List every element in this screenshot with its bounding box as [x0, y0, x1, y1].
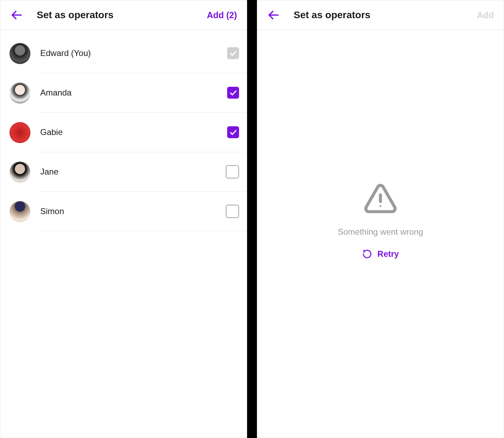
member-name: Edward (You) [40, 48, 217, 58]
add-button[interactable]: Add (2) [207, 10, 237, 20]
svg-point-3 [379, 205, 381, 207]
panel-divider [247, 0, 257, 438]
member-list: Edward (You) Amanda Gabie [0, 30, 247, 438]
topbar: Set as operators Add [257, 0, 504, 30]
checkbox-checked[interactable] [227, 126, 239, 138]
retry-button[interactable]: Retry [362, 249, 399, 259]
panel-operator-select: Set as operators Add (2) Edward (You) Am… [0, 0, 247, 438]
member-name: Amanda [40, 88, 217, 98]
avatar [9, 201, 30, 222]
member-name: Jane [40, 167, 216, 177]
member-name: Simon [40, 206, 216, 216]
list-item[interactable]: Simon [9, 192, 247, 231]
avatar [9, 162, 30, 183]
retry-label: Retry [377, 249, 399, 259]
checkbox-disabled [227, 47, 239, 59]
avatar [9, 122, 30, 143]
add-button-disabled: Add [477, 10, 494, 20]
topbar: Set as operators Add (2) [0, 0, 247, 30]
checkbox-unchecked[interactable] [226, 165, 239, 178]
list-item[interactable]: Jane [9, 152, 247, 192]
member-name: Gabie [40, 127, 217, 137]
alert-triangle-icon [362, 181, 399, 217]
back-arrow-icon[interactable] [10, 9, 23, 21]
error-state: Something went wrong Retry [257, 30, 504, 438]
refresh-icon [362, 249, 372, 259]
checkbox-checked[interactable] [227, 87, 239, 99]
list-item[interactable]: Amanda [9, 73, 247, 113]
error-message: Something went wrong [338, 227, 423, 237]
avatar [9, 43, 30, 64]
page-title: Set as operators [37, 9, 193, 21]
checkbox-unchecked[interactable] [226, 205, 239, 218]
panel-operator-error: Set as operators Add Something went wron… [257, 0, 504, 438]
list-item[interactable]: Edward (You) [9, 34, 247, 73]
list-item[interactable]: Gabie [9, 113, 247, 152]
avatar [9, 83, 30, 104]
page-title: Set as operators [294, 9, 463, 21]
back-arrow-icon[interactable] [267, 9, 280, 21]
